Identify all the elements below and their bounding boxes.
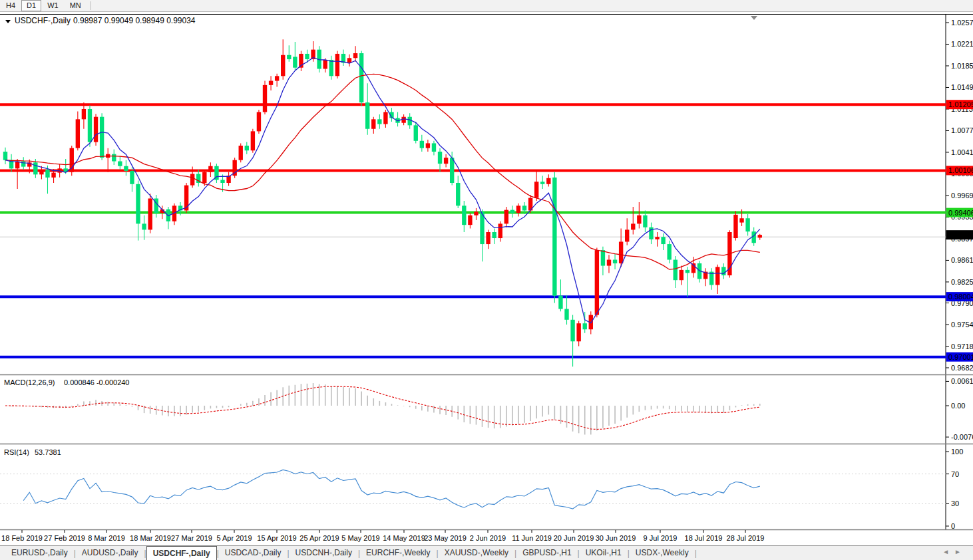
svg-text:-0.007612: -0.007612 (951, 433, 973, 441)
svg-text:30: 30 (951, 499, 959, 507)
svg-text:15 Apr 2019: 15 Apr 2019 (257, 534, 296, 542)
date-axis: 18 Feb 201927 Feb 20198 Mar 201918 Mar 2… (1, 530, 764, 542)
svg-text:1.00770: 1.00770 (951, 126, 973, 134)
svg-text:0.97540: 0.97540 (951, 321, 973, 329)
tab-ukoil-h1[interactable]: UKOil-,H1 (580, 546, 628, 560)
svg-text:30 Jun 2019: 30 Jun 2019 (596, 534, 636, 542)
svg-text:8 Mar 2019: 8 Mar 2019 (88, 534, 125, 542)
moving-average-lines (5, 57, 760, 323)
candlestick-series (3, 39, 762, 366)
svg-text:0.98250: 0.98250 (951, 278, 973, 286)
svg-text:0.98004: 0.98004 (948, 293, 973, 301)
timeframe-button-mn[interactable]: MN (65, 0, 87, 11)
svg-text:1.01850: 1.01850 (951, 62, 973, 70)
svg-text:0.99690: 0.99690 (951, 192, 973, 200)
tab-usdcnh-daily[interactable]: USDCNH-,Daily (290, 546, 358, 560)
tab-eurusd-daily[interactable]: EURUSD-,Daily (5, 546, 74, 560)
timeframe-toolbar: H4D1W1MN (0, 0, 973, 12)
svg-text:0.00: 0.00 (951, 402, 965, 410)
svg-text:1.01205: 1.01205 (948, 100, 973, 108)
tab-xauusd-weekly[interactable]: XAUUSD-,Weekly (439, 546, 514, 560)
svg-text:11 Jun 2019: 11 Jun 2019 (512, 534, 552, 542)
horizontal-level-lines (0, 104, 946, 356)
chart-canvas[interactable]: 1.025701.022101.018501.014901.011301.007… (0, 12, 973, 545)
macd-indicator-pane (5, 383, 760, 434)
svg-text:0.99406: 0.99406 (948, 209, 973, 217)
timeframe-button-w1[interactable]: W1 (42, 0, 64, 11)
tab-usdchf-daily[interactable]: USDCHF-,Daily (146, 546, 217, 560)
svg-text:25 Apr 2019: 25 Apr 2019 (299, 534, 339, 542)
macd-values: 0.000846 -0.000240 (64, 378, 129, 386)
rsi-label: RSI(14) (4, 448, 29, 456)
svg-text:20 Jun 2019: 20 Jun 2019 (554, 534, 594, 542)
rsi-value: 53.7381 (35, 448, 61, 456)
svg-text:70: 70 (951, 470, 959, 478)
svg-text:14 May 2019: 14 May 2019 (383, 534, 425, 542)
svg-text:0.98610: 0.98610 (951, 256, 973, 264)
svg-text:18 Feb 2019: 18 Feb 2019 (1, 534, 43, 542)
rsi-indicator-pane (0, 470, 946, 509)
tab-scroll-left-icon[interactable]: ◄ (942, 548, 954, 555)
svg-text:0.96820: 0.96820 (951, 364, 973, 372)
svg-text:0.97180: 0.97180 (951, 343, 973, 350)
pane-frame (0, 15, 973, 530)
svg-text:23 May 2019: 23 May 2019 (424, 534, 467, 542)
svg-text:0.00613: 0.00613 (951, 377, 973, 385)
timeframe-button-d1[interactable]: D1 (21, 0, 41, 11)
tab-gbpusd-h1[interactable]: GBPUSD-,H1 (516, 546, 577, 560)
timeframe-button-h4[interactable]: H4 (1, 0, 21, 11)
macd-label: MACD(12,26,9) (4, 378, 55, 386)
svg-text:28 Jul 2019: 28 Jul 2019 (727, 534, 765, 542)
svg-text:1.02210: 1.02210 (951, 40, 973, 48)
toolbar-divider (91, 1, 91, 10)
svg-text:1.00410: 1.00410 (951, 148, 973, 156)
svg-text:9 Jul 2019: 9 Jul 2019 (644, 534, 678, 542)
tab-scroll-right-icon[interactable]: ► (954, 548, 966, 555)
price-axis: 1.025701.022101.018501.014901.011301.007… (946, 19, 973, 530)
svg-text:1.01490: 1.01490 (951, 83, 973, 91)
chart-shift-marker-icon (751, 16, 757, 20)
tab-eurchf-weekly[interactable]: EURCHF-,Weekly (360, 546, 436, 560)
mt4-window: H4D1W1MN 1.025701.022101.018501.014901.0… (0, 0, 973, 560)
svg-text:5 Apr 2019: 5 Apr 2019 (216, 534, 252, 542)
chart-ohlc-values: 0.98987 0.99049 0.98949 0.99034 (73, 16, 196, 25)
chart-tab-bar: EURUSD-,Daily|AUDUSD-,Daily|USDCHF-,Dail… (0, 545, 973, 560)
svg-text:18 Mar 2019: 18 Mar 2019 (130, 534, 171, 542)
svg-text:1.02570: 1.02570 (951, 19, 973, 27)
tab-audusd-daily[interactable]: AUDUSD-,Daily (76, 546, 144, 560)
svg-text:27 Feb 2019: 27 Feb 2019 (44, 534, 85, 542)
svg-text:0.99034: 0.99034 (948, 231, 973, 239)
svg-text:2 Jun 2019: 2 Jun 2019 (470, 534, 506, 542)
svg-text:18 Jul 2019: 18 Jul 2019 (685, 534, 723, 542)
svg-text:5 May 2019: 5 May 2019 (341, 534, 379, 542)
symbol-dropdown-icon[interactable] (5, 20, 11, 23)
tab-usdx-weekly[interactable]: USDX-,Weekly (630, 546, 695, 560)
svg-text:27 Mar 2019: 27 Mar 2019 (171, 534, 212, 542)
svg-text:0.97001: 0.97001 (948, 353, 973, 361)
tab-separator: | (695, 549, 697, 558)
svg-text:1.00106: 1.00106 (948, 166, 973, 174)
chart-symbol-title: USDCHF-,Daily (15, 16, 71, 25)
tab-usdcad-daily[interactable]: USDCAD-,Daily (219, 546, 288, 560)
svg-text:100: 100 (951, 448, 963, 456)
svg-text:0: 0 (951, 522, 955, 530)
